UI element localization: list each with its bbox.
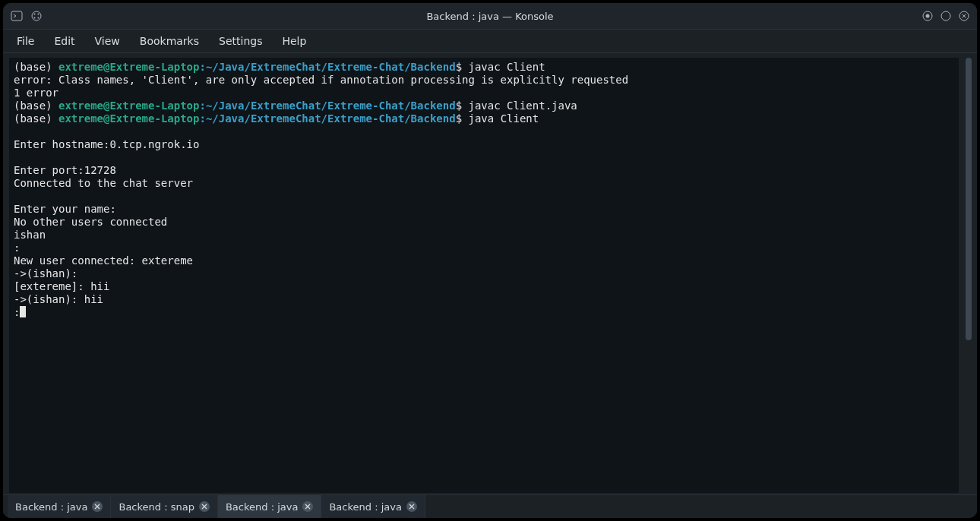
konsole-window: Backend : java — Konsole (3, 3, 977, 518)
menu-view[interactable]: View (95, 35, 120, 47)
tab-1[interactable]: Backend : java (8, 495, 111, 518)
line-cursor-prefix: : (14, 306, 20, 318)
tab-1-label: Backend : java (15, 501, 87, 513)
tab-3-close-icon[interactable] (302, 501, 313, 512)
tab-1-close-icon[interactable] (92, 501, 103, 512)
line-port: Enter port:12728 (14, 164, 116, 176)
line-ishprompt: ->(ishan): (14, 267, 77, 279)
line-extmsg: [extereme]: hii (14, 280, 109, 292)
prompt-path2: ~/Java/ExtremeChat/Extreme-Chat/Backend (206, 99, 456, 112)
line-newuser: New user connected: extereme (14, 254, 193, 267)
err1: error: Class names, 'Client', are only a… (14, 74, 628, 86)
line-conn: Connected to the chat server (14, 177, 193, 189)
prompt-dollar2: $ (456, 99, 469, 112)
prompt-dollar3: $ (456, 112, 469, 125)
line-ishan: ishan (14, 229, 46, 241)
svg-point-7 (926, 14, 930, 18)
tab-2-close-icon[interactable] (199, 501, 210, 512)
menu-settings[interactable]: Settings (219, 35, 262, 47)
cmd2: javac Client.java (468, 99, 577, 112)
tab-3-label: Backend : java (226, 501, 298, 513)
minimize-icon[interactable] (922, 11, 933, 21)
svg-point-3 (38, 14, 40, 15)
svg-point-1 (32, 11, 41, 21)
line-name: Enter your name: (14, 203, 116, 215)
tab-4-label: Backend : java (329, 501, 401, 513)
prompt-base2: (base) (14, 99, 58, 112)
line-host: Enter hostname:0.tcp.ngrok.io (14, 138, 199, 150)
prompt-path: ~/Java/ExtremeChat/Extreme-Chat/Backend (206, 61, 456, 73)
app-menu-icon[interactable] (11, 10, 23, 22)
terminal[interactable]: (base) extreme@Extreme-Laptop:~/Java/Ext… (9, 58, 959, 493)
svg-point-8 (941, 11, 950, 21)
err2: 1 error (14, 87, 58, 99)
svg-point-2 (34, 14, 36, 15)
prompt-base3: (base) (14, 112, 58, 125)
prompt-colon: : (199, 61, 205, 73)
prompt-base: (base) (14, 61, 58, 73)
svg-rect-0 (11, 11, 22, 21)
tab-2-label: Backend : snap (119, 501, 194, 513)
menu-help[interactable]: Help (282, 35, 306, 47)
tab-4-close-icon[interactable] (406, 501, 417, 512)
tab-2[interactable]: Backend : snap (111, 495, 217, 518)
window-title: Backend : java — Konsole (3, 11, 977, 22)
svg-point-4 (34, 17, 36, 19)
prompt-user2: extreme@Extreme-Laptop (58, 99, 199, 112)
tabbar: Backend : java Backend : snap Backend : … (3, 494, 977, 518)
menu-edit[interactable]: Edit (54, 35, 74, 47)
cmd1: javac Client (468, 61, 545, 73)
terminal-wrap: (base) extreme@Extreme-Laptop:~/Java/Ext… (3, 53, 977, 494)
tab-3[interactable]: Backend : java (218, 495, 321, 518)
titlebar-right (922, 11, 969, 21)
prompt-colon2: : (199, 99, 205, 112)
menu-bookmarks[interactable]: Bookmarks (140, 35, 199, 47)
prompt-dollar: $ (456, 61, 469, 73)
prompt-path3: ~/Java/ExtremeChat/Extreme-Chat/Backend (206, 112, 456, 125)
svg-point-5 (38, 17, 40, 19)
prompt-colon3: : (199, 112, 205, 125)
prompt-user: extreme@Extreme-Laptop (58, 61, 199, 73)
scrollbar-thumb[interactable] (966, 58, 972, 340)
prompt-user3: extreme@Extreme-Laptop (58, 112, 199, 125)
tab-4[interactable]: Backend : java (321, 495, 425, 518)
close-icon[interactable] (959, 11, 969, 21)
menubar: File Edit View Bookmarks Settings Help (3, 30, 977, 53)
line-noother: No other users connected (14, 216, 167, 228)
cmd3: java Client (468, 112, 539, 125)
line-colon: : (14, 242, 20, 254)
terminal-scrollbar[interactable] (965, 58, 972, 493)
maximize-icon[interactable] (940, 11, 951, 21)
titlebar[interactable]: Backend : java — Konsole (3, 3, 977, 30)
titlebar-left (11, 10, 43, 22)
line-ishmsg: ->(ishan): hii (14, 293, 103, 305)
menu-file[interactable]: File (17, 35, 34, 47)
new-frame-icon[interactable] (30, 10, 43, 22)
terminal-cursor (20, 306, 26, 317)
